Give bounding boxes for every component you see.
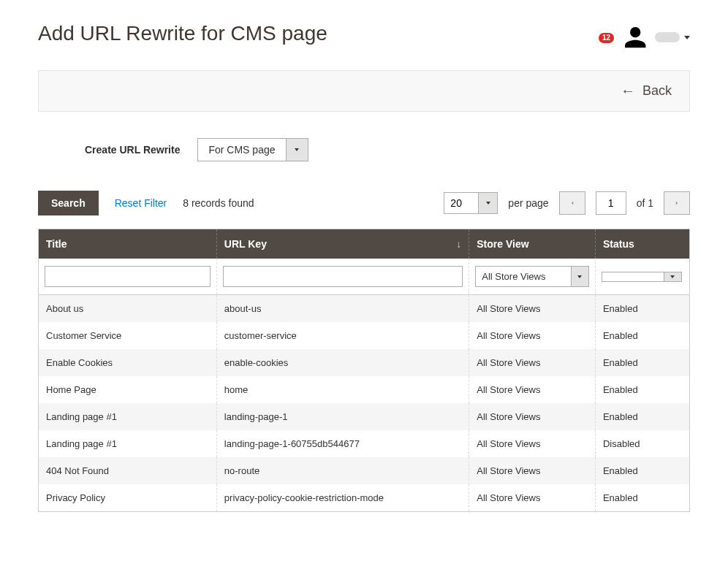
cell-store-view: All Store Views bbox=[469, 322, 596, 349]
cell-store-view: All Store Views bbox=[469, 430, 596, 457]
rewrite-type-select[interactable]: For CMS page bbox=[197, 138, 308, 161]
cell-status: Enabled bbox=[595, 457, 689, 484]
cell-status: Enabled bbox=[595, 322, 689, 349]
cell-title: About us bbox=[39, 295, 217, 323]
cell-url-key: landing-page-1-60755db544677 bbox=[216, 430, 469, 457]
cell-status: Enabled bbox=[595, 295, 689, 323]
cell-status: Enabled bbox=[595, 349, 689, 376]
filter-title-input[interactable] bbox=[45, 266, 211, 287]
chevron-down-icon[interactable] bbox=[286, 139, 308, 161]
cell-url-key: about-us bbox=[216, 295, 469, 323]
cell-title: Landing page #1 bbox=[39, 430, 217, 457]
per-page-select[interactable] bbox=[444, 192, 498, 214]
page-title: Add URL Rewrite for CMS page bbox=[38, 22, 327, 45]
cell-store-view: All Store Views bbox=[469, 376, 596, 403]
user-name bbox=[655, 32, 680, 42]
table-row[interactable]: Landing page #1landing-page-1All Store V… bbox=[39, 403, 690, 430]
cell-store-view: All Store Views bbox=[469, 295, 596, 323]
cell-url-key: home bbox=[216, 376, 469, 403]
table-row[interactable]: Privacy Policyprivacy-policy-cookie-rest… bbox=[39, 484, 690, 512]
search-button[interactable]: Search bbox=[38, 191, 99, 215]
filter-storeview-select[interactable]: All Store Views bbox=[475, 266, 589, 287]
cell-store-view: All Store Views bbox=[469, 403, 596, 430]
cell-url-key: customer-service bbox=[216, 322, 469, 349]
table-row[interactable]: Customer Servicecustomer-serviceAll Stor… bbox=[39, 322, 690, 349]
cell-title: 404 Not Found bbox=[39, 457, 217, 484]
table-row[interactable]: About usabout-usAll Store ViewsEnabled bbox=[39, 295, 690, 323]
back-label: Back bbox=[642, 83, 672, 99]
total-pages: of 1 bbox=[637, 197, 653, 209]
col-header-status[interactable]: Status bbox=[595, 229, 689, 259]
table-row[interactable]: 404 Not Foundno-routeAll Store ViewsEnab… bbox=[39, 457, 690, 484]
cell-store-view: All Store Views bbox=[469, 349, 596, 376]
filter-status-value bbox=[602, 272, 664, 281]
per-page-label: per page bbox=[508, 197, 548, 209]
reset-filter-link[interactable]: Reset Filter bbox=[115, 197, 167, 209]
cell-status: Enabled bbox=[595, 376, 689, 403]
cell-store-view: All Store Views bbox=[469, 457, 596, 484]
cell-title: Privacy Policy bbox=[39, 484, 217, 512]
page-input[interactable] bbox=[596, 191, 626, 215]
per-page-input[interactable] bbox=[444, 193, 478, 213]
cell-store-view: All Store Views bbox=[469, 484, 596, 512]
user-menu[interactable] bbox=[620, 22, 690, 53]
col-header-store-view[interactable]: Store View bbox=[469, 229, 596, 259]
next-page-button[interactable] bbox=[664, 191, 690, 215]
cell-url-key: enable-cookies bbox=[216, 349, 469, 376]
records-found: 8 records found bbox=[183, 197, 254, 209]
prev-page-button[interactable] bbox=[559, 191, 585, 215]
chevron-down-icon bbox=[684, 36, 690, 39]
cell-status: Enabled bbox=[595, 403, 689, 430]
cell-url-key: privacy-policy-cookie-restriction-mode bbox=[216, 484, 469, 512]
chevron-down-icon[interactable] bbox=[478, 193, 497, 213]
cell-title: Home Page bbox=[39, 376, 217, 403]
cell-title: Enable Cookies bbox=[39, 349, 217, 376]
filter-storeview-value: All Store Views bbox=[476, 267, 571, 286]
cell-status: Enabled bbox=[595, 484, 689, 512]
cms-pages-table: Title URL Key ↓ Store View Status All St… bbox=[38, 229, 690, 512]
chevron-down-icon[interactable] bbox=[571, 267, 588, 286]
rewrite-type-value: For CMS page bbox=[198, 139, 285, 161]
notifications-badge: 12 bbox=[599, 33, 614, 43]
table-row[interactable]: Landing page #1landing-page-1-60755db544… bbox=[39, 430, 690, 457]
filter-status-select[interactable] bbox=[602, 272, 682, 282]
back-button[interactable]: ← Back bbox=[621, 83, 672, 99]
arrow-left-icon: ← bbox=[621, 83, 635, 99]
col-header-title[interactable]: Title bbox=[39, 229, 217, 259]
table-row[interactable]: Enable Cookiesenable-cookiesAll Store Vi… bbox=[39, 349, 690, 376]
table-row[interactable]: Home PagehomeAll Store ViewsEnabled bbox=[39, 376, 690, 403]
col-header-url-key-label: URL Key bbox=[224, 238, 267, 250]
col-header-url-key[interactable]: URL Key ↓ bbox=[216, 229, 469, 259]
cell-title: Customer Service bbox=[39, 322, 217, 349]
cell-url-key: no-route bbox=[216, 457, 469, 484]
action-bar: ← Back bbox=[38, 70, 690, 112]
chevron-down-icon[interactable] bbox=[664, 272, 681, 281]
cell-status: Disabled bbox=[595, 430, 689, 457]
filter-urlkey-input[interactable] bbox=[223, 266, 463, 287]
sort-arrow-icon: ↓ bbox=[456, 238, 461, 250]
cell-url-key: landing-page-1 bbox=[216, 403, 469, 430]
cell-title: Landing page #1 bbox=[39, 403, 217, 430]
create-rewrite-label: Create URL Rewrite bbox=[85, 144, 180, 156]
